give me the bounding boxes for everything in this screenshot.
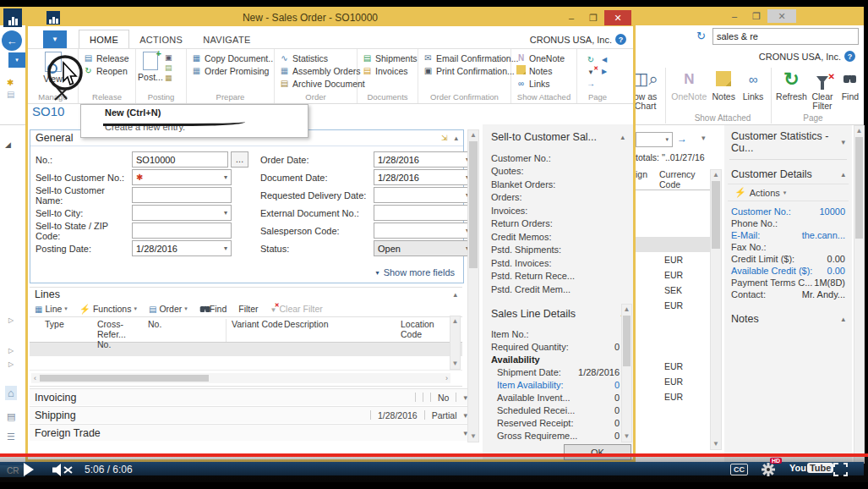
next-icon[interactable]: ▶ xyxy=(598,68,611,75)
table-row[interactable]: 1 xyxy=(632,343,720,359)
factbox-item[interactable]: Return Orders: xyxy=(491,217,625,231)
invoices-button[interactable]: ▤Invoices xyxy=(358,64,418,77)
table-row[interactable]: 1 xyxy=(632,328,720,343)
chevron-up-icon[interactable]: ▴ xyxy=(841,170,845,179)
detail-row[interactable]: Credit Limit ($): 0.00 xyxy=(731,253,845,265)
post-preview-icon[interactable]: ▦ xyxy=(165,74,172,82)
factbox-item[interactable]: Pstd. Credit Mem... xyxy=(491,283,625,296)
detail-row[interactable]: Available Credit ($): 0.00 xyxy=(731,265,845,277)
notes-button[interactable]: Notes xyxy=(511,64,576,77)
table-row[interactable]: 1 xyxy=(632,313,720,328)
general-header[interactable]: General xyxy=(35,132,73,144)
field-input[interactable]: ✱1/28/2016▾ xyxy=(374,151,473,168)
table-row[interactable]: 1 xyxy=(632,237,720,252)
detail-row[interactable]: Contact: Mr. Andy... xyxy=(731,288,845,300)
combo-arrow-icon[interactable]: ▾ xyxy=(222,244,229,252)
dlg-minimize-button[interactable]: – xyxy=(560,11,582,25)
field-input[interactable]: ✱▾ xyxy=(374,205,473,221)
factbox-item[interactable]: Blanket Orders: xyxy=(491,178,625,191)
combo-arrow-icon[interactable]: ▾ xyxy=(222,209,229,217)
factbox-scrollbar[interactable]: ▲ ▼ xyxy=(621,304,632,442)
bg-tree-arrow-icon[interactable]: ▷ xyxy=(8,347,14,354)
clear-filter-button[interactable]: ▼✕Clear Filter xyxy=(270,304,323,314)
bg-help-icon[interactable]: ? xyxy=(844,51,855,62)
chevron-up-icon[interactable]: ▴ xyxy=(841,315,845,323)
table-row[interactable]: EUR 1 xyxy=(632,252,720,267)
back-button[interactable]: ← xyxy=(2,30,22,51)
factbox-row[interactable]: Availability xyxy=(491,354,620,366)
line-menu[interactable]: ▦Line▾ xyxy=(35,304,68,314)
factbox-item[interactable]: Credit Memos: xyxy=(491,230,625,244)
clear-filter-icon[interactable]: ▼✕ xyxy=(584,67,598,76)
factbox-row[interactable]: Shipment Date: 1/28/2016 xyxy=(491,366,620,379)
field-input[interactable]: ✱▾ xyxy=(132,205,232,221)
shipping-fasttab[interactable]: Shipping 1/28/2016Partial▾ xyxy=(30,406,472,423)
table-row[interactable]: EUR 1 xyxy=(632,359,720,374)
sellto-factbox-header[interactable]: Sell-to Customer Sal...▴ xyxy=(483,124,633,146)
onenote-button[interactable]: NOneNote xyxy=(511,52,576,64)
chevron-down-icon[interactable]: ▾ xyxy=(841,138,845,146)
col-type[interactable]: Type xyxy=(30,319,97,342)
previous-icon[interactable]: ◀ xyxy=(598,56,611,63)
customize-icon[interactable]: ⇲ xyxy=(441,134,448,142)
shipments-button[interactable]: ▤Shipments xyxy=(358,52,418,64)
filter-button[interactable]: Filter xyxy=(238,304,258,314)
field-input[interactable]: ✱SO10000▾ xyxy=(132,151,228,168)
factbox-row[interactable]: Item No.: xyxy=(491,328,620,341)
table-row[interactable]: EUR 1 xyxy=(632,298,720,313)
table-row[interactable]: 1 xyxy=(632,206,720,222)
notes-header[interactable]: Notes▴ xyxy=(724,305,852,328)
field-input[interactable]: ✱▾ xyxy=(132,169,232,185)
assist-edit-button[interactable]: … xyxy=(231,151,248,168)
table-row[interactable]: 1 xyxy=(632,222,720,237)
captions-button[interactable]: CC xyxy=(730,464,748,475)
tab-navigate[interactable]: NAVIGATE xyxy=(193,30,260,48)
dlg-help-icon[interactable]: ? xyxy=(615,34,626,45)
grid-row[interactable] xyxy=(30,356,462,371)
mute-button[interactable] xyxy=(52,464,74,476)
youtube-logo[interactable]: You Tube xyxy=(789,463,833,473)
foreign-trade-fasttab[interactable]: Foreign Trade ▾ xyxy=(30,424,472,441)
go-to-icon[interactable]: → xyxy=(584,79,598,88)
assembly-orders-button[interactable]: ▦Assembly Orders xyxy=(275,64,357,77)
factbox-item[interactable]: Pstd. Shipments: xyxy=(491,244,625,257)
customer-statistics-header[interactable]: Customer Statistics - Cu...▾ xyxy=(724,125,852,157)
factbox-item[interactable]: Pstd. Invoices: xyxy=(491,256,625,270)
hscroll-thumb[interactable] xyxy=(40,375,209,382)
field-input[interactable]: ✱1/28/2016▾ xyxy=(132,240,232,256)
bg-close-button[interactable]: ✕ xyxy=(767,9,796,23)
bg-tree-arrow-icon[interactable]: ▷ xyxy=(8,360,14,368)
print-confirmation-button[interactable]: ▣Print Confirmation... xyxy=(418,64,510,77)
scroll-right-icon[interactable]: › xyxy=(443,374,450,382)
detail-row[interactable]: Phone No.: xyxy=(731,217,845,229)
detail-row[interactable]: Customer No.: 10000 xyxy=(731,206,845,217)
col-description[interactable]: Description xyxy=(284,319,401,342)
show-more-fields-link[interactable]: ▾ Show more fields xyxy=(376,267,455,277)
grid-vscrollbar[interactable]: ▲▼ xyxy=(450,316,461,370)
bg-page-icon[interactable]: ▤ xyxy=(7,411,15,422)
bg-panel-scrollbar[interactable]: ▲ xyxy=(854,125,865,464)
col-location-code[interactable]: Location Code xyxy=(401,319,445,342)
field-input[interactable]: ✱Open▾ xyxy=(374,240,473,256)
bg-tree-arrow-icon[interactable]: ▷ xyxy=(8,316,14,324)
email-confirmation-button[interactable]: ✉Email Confirmation... xyxy=(418,52,510,64)
col-variant-code[interactable]: Variant Code xyxy=(226,319,284,342)
tab-home[interactable]: HOME xyxy=(79,30,129,48)
field-input[interactable]: ✱▾ xyxy=(374,223,473,239)
copy-document-button[interactable]: ▦Copy Document.. xyxy=(187,52,274,64)
bg-company-name[interactable]: CRONUS USA, Inc. xyxy=(759,52,841,62)
collapse-chevron-icon[interactable]: ▾ xyxy=(701,134,706,142)
list-filter-combo[interactable]: ▾ xyxy=(636,132,673,147)
actions-menu[interactable]: ⚡ Actions ▾ xyxy=(728,184,849,201)
table-row[interactable]: EUR 2 xyxy=(632,389,720,404)
factbox-row[interactable]: Required Quantity: 0 xyxy=(491,341,620,354)
refresh-icon[interactable]: ↻ xyxy=(584,55,598,64)
bg-expander-icon[interactable]: ◢ xyxy=(5,140,11,149)
field-input[interactable]: ✱1/28/2016▾ xyxy=(374,169,473,185)
factbox-row[interactable]: Reserved Receipt: 0 xyxy=(491,417,620,430)
scroll-left-icon[interactable]: ‹ xyxy=(31,374,39,382)
dlg-maximize-button[interactable]: ❐ xyxy=(582,11,604,25)
fullscreen-button[interactable] xyxy=(833,463,848,476)
home-icon[interactable]: ⌂ xyxy=(5,386,17,400)
order-menu[interactable]: ▤Order▾ xyxy=(149,304,188,314)
